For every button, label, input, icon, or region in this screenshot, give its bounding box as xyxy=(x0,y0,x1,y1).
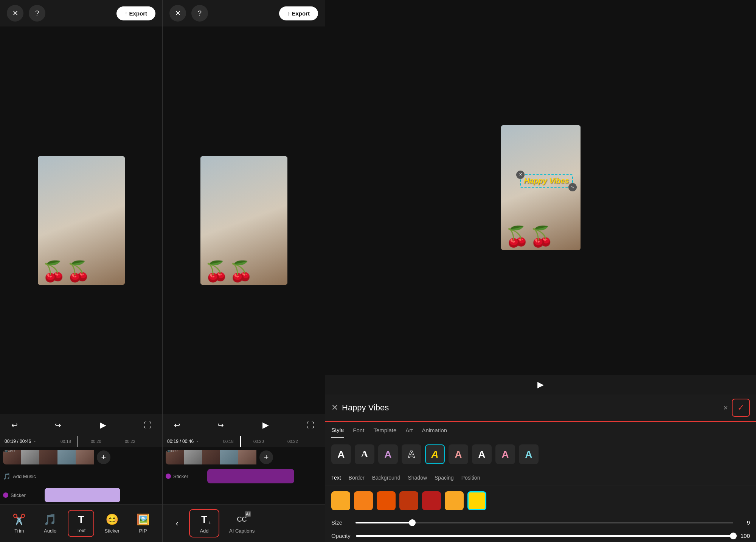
right-confirm-button[interactable]: ✓ xyxy=(732,399,750,417)
right-text-overlay[interactable]: ✕ Happy Vibes ⤡ xyxy=(520,174,573,188)
right-prop-tab-text[interactable]: Text xyxy=(331,472,341,484)
left-tool-trim[interactable]: ✂️ Trim xyxy=(6,510,33,537)
mid-video-track-row: 📷1977 + xyxy=(166,449,322,466)
mid-close-button[interactable]: ✕ xyxy=(169,5,186,22)
color-swatch-6[interactable] xyxy=(467,491,486,510)
left-ruler-00-20: 00:20 xyxy=(91,439,101,444)
font-style-plain-a: A xyxy=(338,449,345,460)
mid-sticker-dot xyxy=(166,474,171,479)
font-style-gold-a: A xyxy=(432,449,439,460)
size-slider-track[interactable] xyxy=(355,522,733,523)
mid-top-left: ✕ ? xyxy=(169,5,208,22)
size-value-display: 9 xyxy=(739,519,750,526)
left-vf-4 xyxy=(57,450,76,464)
font-style-outline-a: A xyxy=(408,449,415,460)
right-close-button[interactable]: ✕ xyxy=(331,403,338,413)
size-slider-fill xyxy=(355,522,412,523)
color-swatch-2[interactable] xyxy=(377,491,396,510)
left-video-track-row: 📷1977 + xyxy=(3,449,159,466)
left-fullscreen-button[interactable]: ⛶ xyxy=(141,418,155,432)
mid-redo-button[interactable]: ↪ xyxy=(214,418,227,432)
mid-more-button[interactable]: ‹ xyxy=(169,515,185,532)
right-play-button[interactable]: ▶ xyxy=(532,376,549,393)
right-tab-style[interactable]: Style xyxy=(331,423,344,438)
mid-time-display: 00:19 / 00:46 xyxy=(167,439,194,444)
mid-video-frame: 🍒🍒 xyxy=(200,156,287,285)
font-style-outline[interactable]: A xyxy=(402,444,421,464)
mid-sticker-track-row: Sticker xyxy=(166,468,322,485)
font-style-serif-a: A xyxy=(361,449,368,460)
left-tool-text[interactable]: T Text xyxy=(68,510,94,537)
color-swatch-3[interactable] xyxy=(399,491,418,510)
left-tool-pip[interactable]: 🖼️ PIP xyxy=(130,510,156,537)
color-swatch-4[interactable] xyxy=(422,491,441,510)
right-prop-tab-spacing[interactable]: Spacing xyxy=(435,472,454,484)
color-swatch-1[interactable] xyxy=(354,491,373,510)
color-swatch-0[interactable] xyxy=(331,491,350,510)
left-add-track-button[interactable]: + xyxy=(97,450,110,464)
mid-add-track-button[interactable]: + xyxy=(259,450,273,464)
font-style-purple[interactable]: A xyxy=(378,444,398,464)
left-bottom-toolbar: ✂️ Trim 🎵 Audio T Text 😊 Sticker 🖼️ PIP xyxy=(0,504,162,542)
right-tab-font[interactable]: Font xyxy=(353,423,364,437)
right-style-tabs: Style Font Template Art Animation xyxy=(325,421,756,439)
font-style-pink[interactable]: A xyxy=(495,444,515,464)
opacity-slider-track[interactable] xyxy=(356,535,733,537)
mid-play-button[interactable]: ▶ xyxy=(257,417,274,433)
font-style-pink-a: A xyxy=(502,449,509,460)
right-video-area: 🍒🍒 ✕ Happy Vibes ⤡ xyxy=(325,0,756,375)
mid-vf-1: 📷1977 xyxy=(166,450,184,464)
right-tab-art[interactable]: Art xyxy=(405,423,413,437)
left-redo-button[interactable]: ↪ xyxy=(51,418,65,432)
right-tab-template[interactable]: Template xyxy=(373,423,396,437)
opacity-slider-thumb[interactable] xyxy=(730,533,737,539)
overlay-close-icon[interactable]: ✕ xyxy=(516,171,525,179)
color-swatch-5[interactable] xyxy=(445,491,464,510)
font-style-bold-a: A xyxy=(478,449,486,460)
mid-playhead xyxy=(240,436,241,447)
mid-timeline-tracks: 📷1977 + Sticker xyxy=(163,447,325,487)
font-style-cyan[interactable]: A xyxy=(519,444,539,464)
mid-ruler-00-20: 00:20 xyxy=(253,439,264,444)
font-style-serif[interactable]: A xyxy=(355,444,374,464)
right-text-input[interactable] xyxy=(342,403,719,413)
left-export-button[interactable]: ↑ Export xyxy=(116,6,155,20)
left-tool-audio[interactable]: 🎵 Audio xyxy=(37,510,64,537)
font-style-bold-dark[interactable]: A xyxy=(472,444,492,464)
font-style-plain[interactable]: A xyxy=(331,444,351,464)
left-top-bar: ✕ ? ↑ Export xyxy=(0,0,162,26)
right-clear-button[interactable]: ✕ xyxy=(723,404,728,412)
left-close-button[interactable]: ✕ xyxy=(7,5,23,22)
left-time-display: 00:19 / 00:46 xyxy=(5,439,31,444)
right-tab-animation[interactable]: Animation xyxy=(422,423,447,437)
mid-video-track-bar: 📷1977 + xyxy=(166,450,322,464)
right-cherries-sticker: 🍒🍒 xyxy=(505,227,554,246)
left-video-preview: 🍒🍒 xyxy=(0,26,162,414)
opacity-value-display: 100 xyxy=(739,533,750,539)
pip-icon: 🖼️ xyxy=(137,513,150,526)
overlay-resize-icon[interactable]: ⤡ xyxy=(568,183,577,191)
mid-tool-add[interactable]: T + Add xyxy=(189,509,219,537)
font-style-gold-outline[interactable]: A xyxy=(425,444,445,464)
left-help-button[interactable]: ? xyxy=(29,5,45,22)
add-text-icon: T xyxy=(201,514,207,525)
right-playback-bar: ▶ xyxy=(325,375,756,394)
left-play-button[interactable]: ▶ xyxy=(95,417,111,433)
right-prop-tab-position[interactable]: Position xyxy=(461,472,480,484)
mid-undo-button[interactable]: ↩ xyxy=(170,418,184,432)
mid-fullscreen-button[interactable]: ⛶ xyxy=(304,418,317,432)
right-prop-tab-background[interactable]: Background xyxy=(372,472,401,484)
left-undo-button[interactable]: ↩ xyxy=(8,418,21,432)
left-timeline-ruler: 00:19 / 00:46 • 00:18 00:20 00:22 xyxy=(0,436,162,447)
font-style-gradient[interactable]: A xyxy=(449,444,468,464)
right-prop-tab-border[interactable]: Border xyxy=(349,472,365,484)
mid-export-button[interactable]: ↑ Export xyxy=(279,6,318,20)
left-sticker-bar xyxy=(45,488,120,502)
right-prop-tab-shadow[interactable]: Shadow xyxy=(408,472,427,484)
left-sticker-dot xyxy=(3,492,8,498)
left-tool-sticker[interactable]: 😊 Sticker xyxy=(99,510,125,537)
mid-timeline-ruler: 00:19 / 00:46 • 00:18 00:20 00:22 xyxy=(163,436,325,447)
mid-help-button[interactable]: ? xyxy=(191,5,208,22)
size-slider-thumb[interactable] xyxy=(409,519,416,526)
mid-tool-ai-captions[interactable]: CC AI AI Captions xyxy=(223,510,261,537)
